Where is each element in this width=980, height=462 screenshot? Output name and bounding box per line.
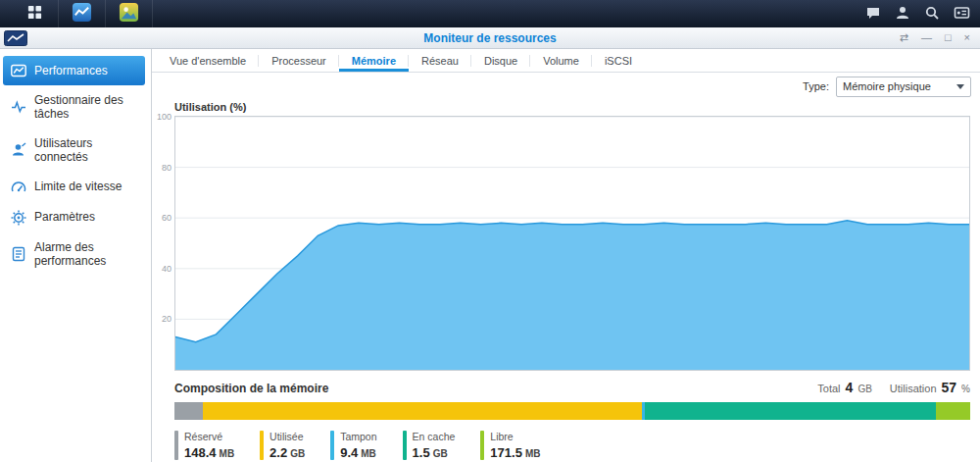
main-menu-button[interactable] [12,0,59,27]
pilot-view-card-icon [954,5,970,24]
usage-area-chart-svg [175,117,969,370]
usage-value: 57 [942,380,957,395]
bar-segment-reserved [174,402,203,420]
legend-unit: MB [361,448,376,459]
open-app-button-resource-monitor[interactable] [59,0,106,27]
tab-memory[interactable]: Mémoire [339,49,409,72]
report-list-icon [11,246,26,262]
chart-title: Utilisation (%) [174,101,980,113]
chat-bubble-icon [865,5,881,24]
total-label: Total [817,383,840,394]
memory-legend: Réservé 148.4MB Utilisée 2.2GB Tampon [174,431,970,460]
sidebar-item-label: Performances [34,64,108,77]
tab-cpu[interactable]: Processeur [259,49,339,72]
total-unit: GB [858,384,871,394]
close-icon[interactable]: × [964,32,970,43]
composition-title: Composition de la mémoire [174,382,817,395]
type-label: Type: [803,80,829,92]
sidebar-item-connected-users[interactable]: Utilisateurs connectés [3,129,145,172]
window-app-icon [4,30,27,46]
open-app-button-media[interactable] [106,0,153,27]
memory-usage-chart: 20406080100 [174,116,970,371]
y-axis-tick-label: 60 [162,214,172,223]
user-menu-button[interactable] [888,0,917,27]
legend-unit: MB [525,448,541,459]
tab-disk[interactable]: Disque [471,49,530,72]
legend-marker [260,431,264,460]
main-menu-grid-icon [26,4,43,24]
type-selector-row: Type: Mémoire physique [152,73,980,100]
sidebar-item-settings[interactable]: Paramètres [3,203,145,232]
user-icon [895,5,910,24]
memory-composition-bar [174,402,970,420]
composition-stats: Total 4 GB Utilisation 57 % [817,380,970,395]
taskbar-left [0,0,153,27]
sidebar-item-label: Alarme des performances [34,240,137,269]
resource-monitor-app-icon [72,2,92,26]
notifications-button[interactable] [858,0,888,27]
legend-value: 2.2 [270,445,287,460]
window-titlebar[interactable]: Moniteur de ressources ⇄ — □ × [0,27,980,49]
legend-item-reserved: Réservé 148.4MB [174,431,234,460]
sidebar-item-label: Limite de vitesse [34,180,122,193]
window-title: Moniteur de ressources [0,31,980,45]
sidebar-item-task-manager[interactable]: Gestionnaire des tâches [3,86,145,128]
y-axis-tick-label: 20 [162,315,172,324]
y-axis-tick-label: 40 [162,265,172,274]
memory-type-select[interactable]: Mémoire physique [836,77,971,97]
sidebar-item-performances[interactable]: Performances [3,56,145,85]
sidebar: Performances Gestionnaire des tâches Uti… [0,49,152,462]
legend-item-free: Libre 171.5MB [480,431,540,460]
gear-icon [11,210,26,226]
legend-item-cached: En cache 1.5GB [403,431,456,460]
minimize-icon[interactable]: — [921,32,932,43]
sidebar-item-performance-alarm[interactable]: Alarme des performances [3,233,145,276]
resource-monitor-window: Moniteur de ressources ⇄ — □ × Performan… [0,27,980,462]
memory-type-select-value: Mémoire physique [843,80,931,92]
y-axis-tick-label: 80 [162,164,172,173]
main-content: Vue d'ensemble Processeur Mémoire Réseau… [152,49,980,462]
performance-chart-icon [11,63,26,78]
pilot-view-button[interactable] [947,0,976,27]
legend-label: Utilisée [270,431,305,442]
bar-segment-cached [645,402,936,420]
usage-unit: % [961,384,970,394]
legend-item-buffer: Tampon 9.4MB [330,431,376,460]
tab-iscsi[interactable]: iSCSI [592,49,645,72]
search-button[interactable] [917,0,947,27]
sidebar-item-speed-limit[interactable]: Limite de vitesse [3,173,145,202]
media-app-icon [119,2,139,26]
legend-unit: GB [290,448,305,459]
tab-overview[interactable]: Vue d'ensemble [157,49,259,72]
legend-value: 9.4 [340,445,358,460]
legend-unit: MB [220,448,235,459]
taskbar-right [858,0,980,27]
legend-value: 1.5 [413,445,430,460]
sidebar-item-label: Paramètres [34,210,95,224]
chevron-down-icon [956,84,964,89]
y-axis-tick-label: 100 [157,113,172,122]
detach-window-icon[interactable]: ⇄ [900,32,908,43]
tab-volume[interactable]: Volume [530,49,592,72]
sidebar-item-label: Gestionnaire des tâches [34,93,137,122]
legend-marker [174,431,178,460]
legend-item-used: Utilisée 2.2GB [260,431,305,460]
memory-composition-header: Composition de la mémoire Total 4 GB Uti… [174,380,970,395]
maximize-icon[interactable]: □ [945,32,952,43]
heartbeat-pulse-icon [11,99,26,115]
legend-label: Tampon [340,431,376,442]
sidebar-item-label: Utilisateurs connectés [34,136,137,165]
window-controls: ⇄ — □ × [900,32,980,43]
legend-marker [403,431,407,460]
legend-label: Réservé [184,431,234,442]
legend-marker [330,431,334,460]
connected-user-icon [11,142,26,158]
taskbar [0,0,980,27]
bar-segment-free [936,402,970,420]
bar-segment-used [203,402,642,420]
search-icon [924,5,940,24]
usage-label: Utilisation [890,383,937,394]
legend-label: En cache [413,431,456,442]
legend-unit: GB [433,448,448,459]
tab-network[interactable]: Réseau [409,49,471,72]
